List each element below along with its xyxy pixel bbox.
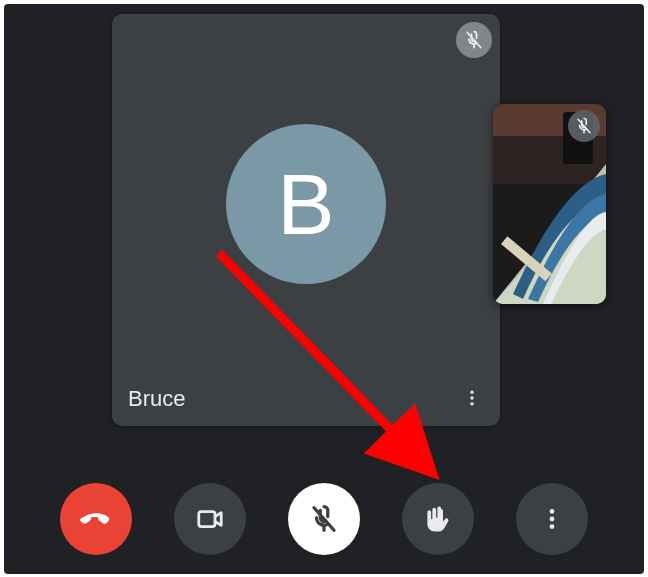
- svg-rect-14: [199, 512, 215, 527]
- svg-point-3: [470, 396, 473, 399]
- self-muted-badge: [568, 110, 600, 142]
- camera-icon: [195, 504, 225, 534]
- svg-point-2: [470, 391, 473, 394]
- participant-muted-badge: [456, 22, 492, 58]
- mic-off-icon: [309, 504, 339, 534]
- svg-point-19: [550, 524, 555, 529]
- more-vertical-icon: [462, 388, 482, 408]
- camera-toggle-button[interactable]: [174, 483, 246, 555]
- self-view[interactable]: [493, 104, 606, 304]
- mic-off-icon: [464, 30, 484, 50]
- participant-more-button[interactable]: [454, 380, 490, 416]
- svg-point-4: [470, 402, 473, 405]
- more-vertical-icon: [539, 506, 565, 532]
- more-options-button[interactable]: [516, 483, 588, 555]
- mic-off-icon: [575, 117, 593, 135]
- participant-name: Bruce: [128, 386, 185, 412]
- raise-hand-button[interactable]: [402, 483, 474, 555]
- participant-avatar: B: [226, 124, 386, 284]
- svg-point-18: [550, 517, 555, 522]
- hangup-button[interactable]: [60, 483, 132, 555]
- mic-toggle-button[interactable]: [288, 483, 360, 555]
- video-call-screen: B Bruce: [0, 0, 648, 577]
- call-control-bar: [0, 483, 648, 555]
- participant-tile[interactable]: B Bruce: [112, 14, 500, 426]
- participant-initial: B: [277, 155, 334, 254]
- raise-hand-icon: [423, 504, 453, 534]
- svg-point-17: [550, 509, 555, 514]
- hangup-icon: [79, 502, 113, 536]
